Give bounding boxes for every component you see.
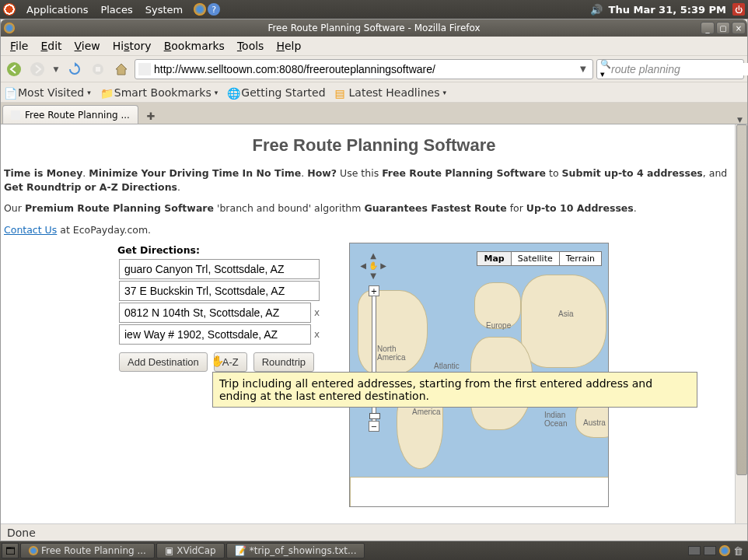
remove-address-4[interactable]: x (314, 329, 320, 340)
task-xvidcap[interactable]: ▣XVidCap (156, 543, 225, 558)
clock[interactable]: Thu Mar 31, 5:39 PM (609, 4, 726, 16)
tabs-dropdown-icon[interactable]: ▼ (732, 116, 747, 124)
menu-bookmarks[interactable]: Bookmarks (158, 38, 231, 54)
gnome-top-panel: Applications Places System ? 🔊 Thu Mar 3… (0, 0, 748, 19)
svg-rect-3 (96, 67, 100, 72)
folder-icon: 📁 (100, 87, 111, 98)
urlbar[interactable]: ▼ (135, 59, 593, 79)
help-launcher-icon[interactable]: ? (208, 3, 220, 16)
pan-right-icon[interactable]: ▶ (378, 260, 389, 271)
zoom-in-button[interactable]: + (369, 285, 379, 296)
menu-view[interactable]: View (68, 38, 107, 54)
pan-up-icon[interactable]: ▲ (368, 250, 379, 261)
workspace-2[interactable] (704, 546, 716, 555)
urlbar-dropdown-icon[interactable]: ▼ (580, 65, 589, 73)
menu-edit[interactable]: Edit (34, 38, 68, 54)
ubuntu-logo-icon (3, 3, 16, 16)
url-input[interactable] (154, 63, 580, 75)
page-heading: Free Route Planning Software (4, 135, 744, 156)
show-desktop-button[interactable]: 🗔 (2, 543, 19, 558)
cursor-icon: ✋ (211, 355, 224, 367)
menu-history[interactable]: History (107, 38, 158, 54)
close-button[interactable]: × (732, 22, 746, 34)
task-gedit[interactable]: 📝*trip_of_showings.txt... (226, 543, 365, 558)
home-button[interactable] (111, 59, 131, 79)
back-button[interactable] (4, 59, 24, 79)
address-input-1[interactable] (119, 259, 320, 279)
bookmark-latest-headlines[interactable]: ▤Latest Headlines▾ (335, 86, 446, 99)
pan-center-icon[interactable]: ✋ (368, 260, 379, 271)
pan-down-icon[interactable]: ▼ (368, 270, 379, 281)
menubar: File Edit View History Bookmarks Tools H… (1, 37, 747, 56)
shutdown-icon[interactable]: ⏻ (732, 3, 745, 16)
searchbox[interactable]: 🔍▾ 🔍 (596, 59, 744, 79)
bookmarks-toolbar: 📄Most Visited▾ 📁Smart Bookmarks▾ 🌐Gettin… (1, 82, 747, 103)
firefox-icon (29, 546, 38, 555)
map-label-aus: Austra (583, 418, 606, 427)
status-text: Done (7, 527, 36, 539)
bookmark-most-visited[interactable]: 📄Most Visited▾ (4, 86, 91, 99)
folder-icon: 📄 (4, 87, 15, 98)
bookmark-getting-started[interactable]: 🌐Getting Started (227, 86, 325, 99)
svg-point-1 (30, 62, 44, 76)
menu-tools[interactable]: Tools (231, 38, 271, 54)
map-label-eu: Europe (486, 321, 511, 330)
tabstrip: Free Route Planning ... ✚ ▼ (1, 103, 747, 124)
menu-file[interactable]: File (4, 38, 34, 54)
search-engine-icon[interactable]: 🔍▾ (600, 63, 611, 75)
firefox-tray-icon[interactable] (719, 545, 730, 556)
address-input-3[interactable] (119, 303, 311, 323)
firefox-window: Free Route Planning Software - Mozilla F… (0, 19, 748, 541)
search-input[interactable] (611, 63, 748, 75)
zoom-handle[interactable] (369, 413, 380, 419)
map-pan-control[interactable]: ▲ ◀ ✋ ▶ ▼ (358, 250, 389, 281)
tab-label: Free Route Planning ... (25, 110, 130, 121)
address-input-4[interactable] (119, 324, 311, 345)
contact-us-link[interactable]: Contact Us (4, 224, 57, 236)
site-favicon (138, 63, 151, 75)
forward-button (27, 59, 47, 79)
menu-help[interactable]: Help (270, 38, 307, 54)
gnome-bottom-panel: 🗔 Free Route Planning ... ▣XVidCap 📝*tri… (0, 541, 748, 560)
bookmark-smart[interactable]: 📁Smart Bookmarks▾ (100, 86, 218, 99)
contact-paragraph: Contact Us at EcoPayday.com. (4, 223, 744, 237)
titlebar: Free Route Planning Software - Mozilla F… (1, 19, 747, 37)
gnome-menu-applications[interactable]: Applications (20, 4, 94, 16)
volume-icon[interactable]: 🔊 (590, 3, 603, 16)
new-tab-button[interactable]: ✚ (142, 108, 160, 124)
map-label-indian: Indian Ocean (544, 411, 567, 428)
history-dropdown[interactable]: ▼ (51, 59, 61, 79)
tooltip: Trip including all entered addresses, st… (212, 372, 697, 408)
map-tab-map[interactable]: Map (477, 251, 511, 266)
map-label-atlantic: Atlantic (434, 362, 460, 370)
tab-active[interactable]: Free Route Planning ... (2, 105, 138, 124)
minimize-button[interactable]: _ (701, 22, 715, 34)
zoom-out-button[interactable]: − (369, 421, 379, 432)
intro-paragraph-1: Time is Money. Minimize Your Driving Tim… (4, 166, 744, 194)
workspace-1[interactable] (688, 546, 701, 555)
window-title: Free Route Planning Software - Mozilla F… (267, 23, 480, 33)
content-area: Free Route Planning Software Time is Mon… (1, 124, 747, 523)
reload-button[interactable] (65, 59, 85, 79)
trash-icon[interactable]: 🗑 (733, 545, 743, 557)
add-destination-button[interactable]: Add Destination (119, 352, 208, 372)
gnome-menu-system[interactable]: System (139, 4, 189, 16)
map-tab-terrain[interactable]: Terrain (560, 251, 602, 266)
maximize-button[interactable]: ▢ (716, 22, 730, 34)
rss-icon: ▤ (335, 87, 346, 98)
address-input-2[interactable] (119, 281, 320, 301)
app-icon: ▣ (165, 545, 173, 556)
task-firefox[interactable]: Free Route Planning ... (20, 543, 155, 558)
intro-paragraph-2: Our Premium Route Planning Software 'bra… (4, 201, 744, 215)
statusbar: Done (1, 523, 747, 541)
gnome-menu-places[interactable]: Places (94, 4, 138, 16)
roundtrip-button[interactable]: Roundtrip (253, 352, 314, 372)
text-editor-icon: 📝 (235, 545, 246, 556)
map-zoom-control[interactable]: + − (369, 285, 379, 441)
map-tab-satellite[interactable]: Satellite (512, 251, 560, 266)
svg-point-0 (7, 62, 21, 76)
pan-left-icon[interactable]: ◀ (358, 260, 369, 271)
remove-address-3[interactable]: x (314, 307, 320, 318)
nav-toolbar: ▼ ▼ 🔍▾ 🔍 (1, 56, 747, 82)
firefox-launcher-icon[interactable] (194, 3, 206, 16)
